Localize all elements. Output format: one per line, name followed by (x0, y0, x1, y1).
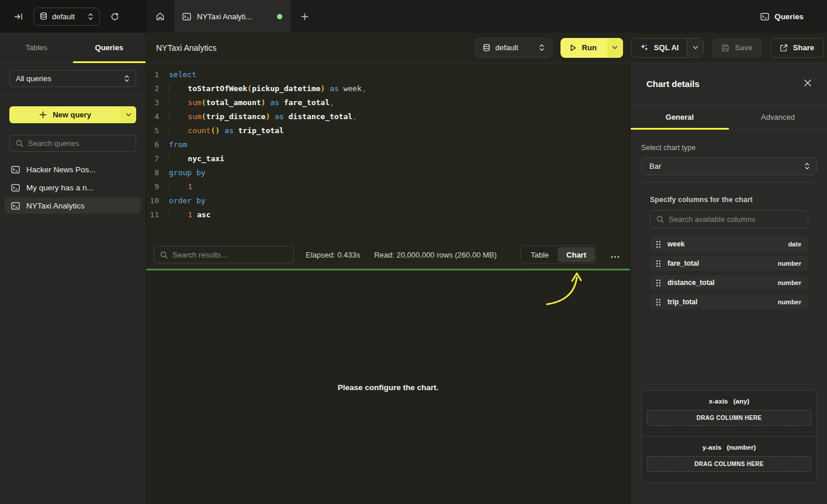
axis-drop-zone[interactable]: DRAG COLUMNS HERE (647, 456, 811, 472)
view-toggle-chart[interactable]: Chart (558, 247, 595, 262)
drag-handle-icon[interactable] (656, 279, 661, 287)
save-button-label: Save (735, 43, 752, 52)
query-list-item[interactable]: NYTaxi Analytics (5, 197, 141, 214)
elapsed-stat: Elapsed: 0.433s (306, 251, 360, 259)
close-icon (804, 79, 812, 87)
tab-strip: NYTaxi Analyti... (146, 0, 760, 33)
query-list-item[interactable]: Hacker News Pos... (5, 161, 141, 178)
sql-ai-options-button[interactable] (687, 39, 703, 57)
updown-chevron-icon (804, 162, 810, 170)
search-queries-input[interactable] (28, 139, 130, 148)
chart-area: Please configure the chart. (146, 270, 630, 504)
terminal-icon (182, 13, 191, 20)
code-line: 5 count() as trip_total (146, 124, 630, 138)
results-toolbar: Elapsed: 0.433s Read: 20,000,000 rows (2… (146, 241, 630, 269)
home-button[interactable] (146, 0, 174, 33)
column-type: number (778, 279, 801, 286)
plus-icon (300, 12, 309, 21)
line-number: 3 (146, 96, 159, 110)
code-text: 1 asc (159, 208, 210, 222)
search-columns-input[interactable] (669, 215, 802, 224)
database-selector[interactable]: default (475, 38, 552, 58)
body: All queries New query (0, 63, 827, 504)
terminal-icon (11, 166, 20, 173)
sidebar-tab[interactable]: Tables (0, 33, 73, 62)
drag-handle-icon[interactable] (656, 298, 661, 306)
code-line: 10 order by (146, 194, 630, 208)
tab-nytaxi-analytics[interactable]: NYTaxi Analyti... (174, 0, 290, 33)
panel-title: Chart details (646, 79, 700, 89)
sidebar-tab-label: Queries (95, 43, 123, 52)
panel-tab-advanced[interactable]: Advanced (729, 105, 827, 129)
sidebar-tab[interactable]: Queries (73, 33, 146, 62)
sql-editor[interactable]: 1 select 2 toStartOfWeek(pickup_datetime… (146, 63, 630, 241)
chart-details-panel: Chart details GeneralAdvanced Select cha… (630, 63, 827, 504)
line-number: 11 (146, 208, 159, 222)
line-number: 2 (146, 82, 159, 96)
query-filter-value: All queries (16, 74, 51, 83)
run-button[interactable]: Run (560, 38, 607, 58)
search-queries-field (9, 135, 136, 152)
sidebar: All queries New query (0, 63, 146, 504)
sidebar-tabs: TablesQueries (0, 33, 146, 63)
new-tab-button[interactable] (290, 0, 319, 33)
columns-section-label: Specify columns for the chart (650, 196, 808, 204)
panel-tab-general[interactable]: General (631, 105, 729, 129)
view-toggle: TableChart (520, 245, 597, 264)
column-chip-fare_total[interactable]: fare_total number (650, 256, 808, 271)
axis-type-hint: (any) (731, 398, 749, 405)
code-text: count() as trip_total (159, 124, 284, 138)
code-line: 1 select (146, 68, 630, 82)
new-query-button[interactable]: New query (9, 106, 120, 123)
drag-handle-icon[interactable] (656, 241, 661, 248)
chevron-down-icon (612, 46, 618, 50)
collapse-sidebar-button[interactable] (12, 10, 25, 23)
query-toolbar: NYTaxi Analytics default Run SQL AI (146, 33, 827, 63)
axis-section-x-axis: x-axis (any) DRAG COLUMN HERE (642, 391, 816, 436)
drop-zone-label: DRAG COLUMNS HERE (694, 461, 763, 467)
queries-nav-button[interactable]: Queries (760, 12, 804, 21)
query-list: Hacker News Pos... My query has a n... N… (0, 161, 146, 214)
share-icon (780, 44, 788, 52)
collapse-icon (14, 12, 23, 21)
sql-ai-button[interactable]: SQL AI (632, 39, 687, 57)
column-list: week date fare_total number distance_tot… (650, 237, 808, 310)
search-icon (160, 251, 168, 259)
updown-chevron-icon (88, 13, 94, 20)
code-line: 8 group by (146, 166, 630, 180)
axes-config: x-axis (any) DRAG COLUMN HERE y-axis (nu… (641, 384, 817, 504)
query-item-label: My query has a n... (26, 183, 94, 192)
close-panel-button[interactable] (801, 77, 814, 91)
refresh-button[interactable] (108, 10, 122, 23)
chart-type-select[interactable]: Bar (641, 157, 817, 175)
column-name: fare_total (667, 259, 699, 267)
chart-type-value: Bar (649, 162, 661, 171)
drag-handle-icon[interactable] (656, 260, 661, 267)
share-button[interactable]: Share (770, 38, 823, 58)
column-chip-distance_total[interactable]: distance_total number (650, 275, 808, 290)
segment-label: Table (531, 251, 549, 259)
save-button[interactable]: Save (712, 38, 762, 58)
refresh-icon (110, 12, 119, 21)
query-list-item[interactable]: My query has a n... (5, 179, 141, 196)
service-selector[interactable]: default (33, 8, 100, 26)
axis-section-y-axis: y-axis (number) DRAG COLUMNS HERE (642, 436, 816, 482)
axis-name: x-axis (709, 398, 728, 405)
column-type: number (778, 260, 801, 267)
search-results-input[interactable] (172, 251, 288, 259)
view-toggle-table[interactable]: Table (522, 247, 558, 262)
run-options-button[interactable] (607, 38, 623, 58)
query-filter-select[interactable]: All queries (9, 70, 136, 87)
more-options-button[interactable] (608, 249, 622, 261)
new-query-options-button[interactable] (120, 106, 136, 123)
database-selector-value: default (496, 43, 534, 52)
column-chip-trip_total[interactable]: trip_total number (650, 294, 808, 310)
panel-tab-label: Advanced (761, 113, 795, 121)
panel-tab-label: General (666, 113, 694, 121)
code-text: select (159, 68, 196, 82)
ellipsis-icon (611, 256, 620, 258)
axis-drop-zone[interactable]: DRAG COLUMN HERE (647, 410, 811, 426)
column-chip-week[interactable]: week date (650, 237, 808, 252)
line-number: 7 (146, 152, 159, 166)
sparkles-icon (640, 43, 649, 52)
